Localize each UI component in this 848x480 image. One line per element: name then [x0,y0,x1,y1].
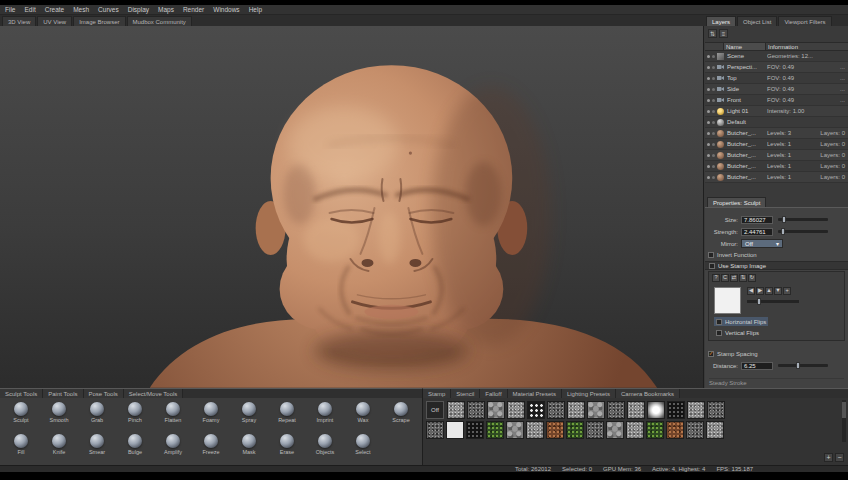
lock-dot-icon[interactable] [712,110,715,113]
tool-button[interactable]: Smooth [40,400,78,429]
stamp-toolbar-icon[interactable]: C [721,274,729,282]
use-stamp-checkbox[interactable] [709,263,715,269]
stamp-thumbnail[interactable] [546,421,564,439]
tool-button[interactable]: Fill [2,432,40,461]
information-column-header[interactable]: Information [766,42,848,51]
tool-button[interactable]: Imprint [306,400,344,429]
toolbar-icon[interactable]: ⇅ [708,29,717,38]
lock-dot-icon[interactable] [712,154,715,157]
stamp-thumbnail[interactable] [606,421,624,439]
visibility-dot-icon[interactable] [707,55,710,58]
stamp-tray-tab[interactable]: Falloff [480,389,507,398]
stamp-thumbnail[interactable] [446,421,464,439]
zoom-out-button[interactable]: − [835,453,844,462]
visibility-dot-icon[interactable] [707,99,710,102]
object-list-row[interactable]: Default [705,117,848,128]
strength-field[interactable]: 2.44761 [741,228,773,236]
lock-dot-icon[interactable] [712,55,715,58]
stamp-nav-icon[interactable]: ◀ [747,287,755,295]
visibility-dot-icon[interactable] [707,154,710,157]
zoom-in-button[interactable]: + [824,453,833,462]
strength-slider[interactable] [778,230,828,233]
stamp-thumbnail[interactable] [447,401,465,419]
lock-dot-icon[interactable] [712,77,715,80]
stamp-thumbnail[interactable] [547,401,565,419]
stamp-thumbnail[interactable] [607,401,625,419]
lock-dot-icon[interactable] [712,143,715,146]
tool-button[interactable]: Amplify [154,432,192,461]
stamp-thumbnail[interactable] [646,421,664,439]
tool-button[interactable]: Wax [344,400,382,429]
menu-item[interactable]: Help [249,5,262,15]
stamp-thumbnail[interactable] [706,421,724,439]
view-tab[interactable]: Mudbox Community [127,16,192,26]
stamp-thumbnail[interactable] [426,421,444,439]
lock-dot-icon[interactable] [712,121,715,124]
stamp-preview[interactable] [714,287,741,314]
lock-dot-icon[interactable] [712,99,715,102]
invert-function-checkbox[interactable] [708,252,714,258]
stamp-thumbnail[interactable] [647,401,665,419]
stamp-thumbnail[interactable] [686,421,704,439]
tool-tray-tab[interactable]: Sculpt Tools [0,389,43,398]
menu-item[interactable]: Create [45,5,65,15]
name-column-header[interactable]: Name [724,42,766,51]
stamp-thumbnail[interactable] [507,401,525,419]
stamp-thumbnail[interactable] [466,421,484,439]
tool-tray-tab[interactable]: Select/Move Tools [124,389,184,398]
lock-dot-icon[interactable] [712,165,715,168]
stamp-thumbnail[interactable] [687,401,705,419]
stamp-nav-icon[interactable]: + [783,287,791,295]
tool-button[interactable]: Repeat [268,400,306,429]
panel-tab[interactable]: Layers [706,16,736,26]
visibility-dot-icon[interactable] [707,143,710,146]
object-list-row[interactable]: Side FOV: 0.49 ... [705,84,848,95]
stamp-nav-icon[interactable]: ▼ [774,287,782,295]
visibility-dot-icon[interactable] [707,132,710,135]
visibility-dot-icon[interactable] [707,176,710,179]
visibility-dot-icon[interactable] [707,88,710,91]
stamp-thumbnail[interactable] [627,401,645,419]
tool-button[interactable]: Erase [268,432,306,461]
size-slider[interactable] [778,218,828,221]
menu-item[interactable]: Render [183,5,204,15]
distance-field[interactable]: 6.25 [741,362,773,370]
visibility-dot-icon[interactable] [707,77,710,80]
object-list-row[interactable]: Butcher_... Levels: 1 Layers: 0 [705,150,848,161]
menu-item[interactable]: Maps [158,5,174,15]
panel-tab[interactable]: Object List [737,16,777,26]
tool-tray-tab[interactable]: Paint Tools [43,389,83,398]
menu-item[interactable]: Mesh [73,5,89,15]
view-tab[interactable]: UV View [37,16,72,26]
stamp-tray-tab[interactable]: Camera Bookmarks [616,389,680,398]
stamp-nav-icon[interactable]: ▶ [756,287,764,295]
distance-slider[interactable] [778,364,828,367]
tool-button[interactable]: Knife [40,432,78,461]
stamp-toolbar-icon[interactable]: ⇄ [730,274,738,282]
object-list-row[interactable]: Light 01 Intensity: 1.00 [705,106,848,117]
object-list-row[interactable]: Scene Geometries: 12... [705,51,848,62]
object-list-row[interactable]: Butcher_... Levels: 1 Layers: 0 [705,161,848,172]
lock-dot-icon[interactable] [712,88,715,91]
toolbar-icon[interactable]: ≡ [719,29,728,38]
stamp-nav-icon[interactable]: ▲ [765,287,773,295]
tool-button[interactable]: Scrape [382,400,420,429]
stamp-toolbar-icon[interactable]: ↻ [748,274,756,282]
viewport-3d[interactable] [0,26,704,388]
object-list-row[interactable]: Butcher_... Levels: 1 Layers: 0 [705,139,848,150]
stamp-thumbnail[interactable] [586,421,604,439]
stamp-thumbnail[interactable] [506,421,524,439]
lock-dot-icon[interactable] [712,66,715,69]
stamp-thumbnail[interactable] [567,401,585,419]
lock-dot-icon[interactable] [712,132,715,135]
visibility-dot-icon[interactable] [707,165,710,168]
tool-button[interactable]: Grab [78,400,116,429]
tool-tray-tab[interactable]: Pose Tools [84,389,124,398]
menu-item[interactable]: Windows [213,5,239,15]
stamp-thumbnail[interactable] [526,421,544,439]
object-list-row[interactable]: Perspecti... FOV: 0.49 ... [705,62,848,73]
tool-button[interactable]: Objects [306,432,344,461]
tool-button[interactable]: Spray [230,400,268,429]
stamp-off-button[interactable]: Off [426,401,444,419]
tool-button[interactable]: Bulge [116,432,154,461]
